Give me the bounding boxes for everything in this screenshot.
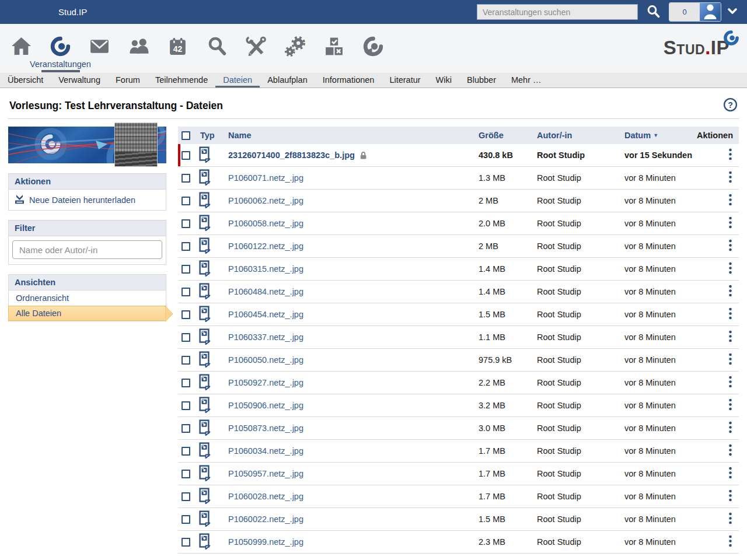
help-button[interactable]: ?	[723, 97, 738, 114]
column-typ[interactable]: Typ	[198, 131, 224, 140]
view-item-alle-dateien[interactable]: Alle Dateien	[8, 306, 166, 321]
file-link[interactable]: P1060484.netz_.jpg	[228, 287, 303, 296]
row-actions-menu-icon[interactable]	[728, 376, 732, 390]
studip-logo[interactable]: STUD.IP	[664, 38, 729, 57]
file-link[interactable]: P1060022.netz_.jpg	[228, 514, 303, 524]
row-checkbox[interactable]	[181, 288, 190, 296]
row-checkbox[interactable]	[181, 424, 190, 433]
tab-literatur[interactable]: Literatur	[382, 73, 428, 88]
row-actions-menu-icon[interactable]	[728, 239, 732, 253]
file-link[interactable]: P1060050.netz_.jpg	[228, 355, 303, 365]
row-checkbox[interactable]	[181, 310, 190, 319]
nav-courses[interactable]: Veranstaltungen	[41, 24, 80, 73]
row-actions-menu-icon[interactable]	[728, 194, 732, 208]
tab-dateien[interactable]: Dateien	[215, 73, 260, 88]
tab-wiki[interactable]: Wiki	[428, 73, 459, 88]
search-button[interactable]	[647, 5, 660, 20]
row-checkbox[interactable]	[181, 265, 190, 274]
file-link[interactable]: P1050906.netz_.jpg	[228, 401, 303, 410]
tab-mehr-[interactable]: Mehr …	[504, 73, 549, 88]
file-size: 2.2 MB	[479, 378, 537, 387]
sort-desc-icon: ▼	[653, 132, 658, 138]
row-actions-menu-icon[interactable]	[728, 330, 732, 344]
tab-blubber[interactable]: Blubber	[459, 73, 504, 88]
nav-tools[interactable]	[236, 24, 275, 73]
tab-forum[interactable]: Forum	[108, 73, 148, 88]
tab-teilnehmende[interactable]: Teilnehmende	[148, 73, 215, 88]
file-link[interactable]: 23126071400_2f8813823c_b.jpg	[228, 150, 355, 160]
filter-input[interactable]	[12, 240, 162, 259]
column-name[interactable]: Name	[224, 131, 479, 140]
image-file-icon	[199, 215, 211, 233]
file-size: 1.4 MB	[479, 264, 537, 274]
file-link[interactable]: P1060058.netz_.jpg	[228, 219, 303, 228]
row-actions-menu-icon[interactable]	[728, 262, 732, 276]
nav-planner[interactable]: 42	[158, 24, 197, 73]
file-link[interactable]: P1060062.netz_.jpg	[228, 196, 303, 205]
course-search-input[interactable]	[477, 4, 638, 20]
row-actions-menu-icon[interactable]	[728, 512, 732, 526]
tab-übersicht[interactable]: Übersicht	[0, 73, 51, 88]
avatar[interactable]	[700, 3, 721, 21]
row-checkbox[interactable]	[181, 447, 190, 456]
file-link[interactable]: P1050957.netz_.jpg	[228, 469, 303, 478]
nav-admin[interactable]	[275, 24, 315, 73]
column-author[interactable]: Autor/-in	[537, 131, 624, 140]
nav-messages[interactable]	[80, 24, 119, 73]
notification-counter[interactable]: 0	[669, 3, 700, 21]
row-actions-menu-icon[interactable]	[728, 467, 732, 481]
file-link[interactable]: P1060315.netz_.jpg	[228, 264, 303, 274]
row-actions-menu-icon[interactable]	[728, 421, 732, 435]
row-checkbox[interactable]	[181, 151, 190, 160]
user-menu-button[interactable]	[727, 7, 738, 17]
row-checkbox[interactable]	[181, 492, 190, 501]
row-actions-menu-icon[interactable]	[728, 489, 732, 503]
view-item-ordneransicht[interactable]: Ordneransicht	[9, 290, 166, 306]
row-checkbox[interactable]	[181, 242, 190, 251]
row-actions-menu-icon[interactable]	[728, 307, 732, 321]
row-checkbox[interactable]	[181, 197, 190, 205]
file-link[interactable]: P1060122.netz_.jpg	[228, 242, 303, 251]
row-checkbox[interactable]	[181, 333, 190, 342]
row-checkbox[interactable]	[181, 379, 190, 387]
views-widget-title: Ansichten	[9, 275, 166, 290]
row-actions-menu-icon[interactable]	[728, 171, 732, 185]
row-actions-menu-icon[interactable]	[728, 216, 732, 230]
row-actions-menu-icon[interactable]	[728, 285, 732, 299]
tab-ablaufplan[interactable]: Ablaufplan	[260, 73, 315, 88]
column-size[interactable]: Größe	[479, 131, 537, 140]
nav-studip-spiral[interactable]	[354, 24, 393, 73]
file-link[interactable]: P1060034.netz_.jpg	[228, 446, 303, 456]
file-link[interactable]: P1060454.netz_.jpg	[228, 310, 303, 319]
file-link[interactable]: P1060071.netz_.jpg	[228, 173, 303, 183]
file-link[interactable]: P1050999.netz_.jpg	[228, 537, 303, 547]
row-actions-menu-icon[interactable]	[728, 444, 732, 458]
nav-search[interactable]	[197, 24, 236, 73]
table-row: P1060337.netz_.jpg 1.1 MB Root Studip vo…	[178, 326, 739, 349]
file-link[interactable]: P1050927.netz_.jpg	[228, 378, 303, 387]
row-actions-menu-icon[interactable]	[728, 148, 732, 162]
row-checkbox[interactable]	[181, 401, 190, 410]
tab-verwaltung[interactable]: Verwaltung	[51, 73, 108, 88]
row-checkbox[interactable]	[181, 515, 190, 524]
file-link[interactable]: P1060028.netz_.jpg	[228, 492, 303, 501]
file-link[interactable]: P1050873.netz_.jpg	[228, 424, 303, 433]
select-all-checkbox[interactable]	[181, 131, 190, 140]
row-actions-menu-icon[interactable]	[728, 398, 732, 412]
row-checkbox[interactable]	[181, 538, 190, 547]
row-actions-menu-icon[interactable]	[728, 353, 732, 367]
nav-evaluation[interactable]	[315, 24, 354, 73]
file-author: Root Studip	[537, 492, 624, 501]
row-checkbox[interactable]	[181, 356, 190, 365]
row-checkbox[interactable]	[181, 219, 190, 228]
row-checkbox[interactable]	[181, 174, 190, 183]
tab-informationen[interactable]: Informationen	[315, 73, 382, 88]
download-new-files-link[interactable]: Neue Dateien herunterladen	[9, 190, 166, 210]
row-actions-menu-icon[interactable]	[728, 535, 732, 549]
row-checkbox[interactable]	[181, 470, 190, 478]
file-date: vor 8 Minuten	[624, 537, 694, 547]
file-size: 1.7 MB	[479, 469, 537, 478]
nav-community[interactable]	[119, 24, 158, 73]
file-link[interactable]: P1060337.netz_.jpg	[228, 332, 303, 342]
column-date[interactable]: Datum▼	[624, 131, 694, 140]
